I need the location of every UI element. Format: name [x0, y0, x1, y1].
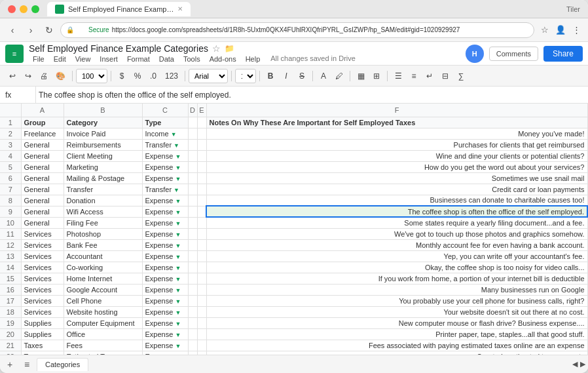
cell-d[interactable]: [188, 295, 197, 306]
cell-e[interactable]: [197, 228, 206, 239]
col-header-f[interactable]: F: [206, 104, 587, 117]
dropdown-arrow[interactable]: ▼: [175, 276, 181, 283]
cell-d[interactable]: [188, 206, 197, 217]
cell-category[interactable]: Accountant: [64, 250, 142, 262]
minimize-button[interactable]: [20, 5, 28, 13]
cell-notes[interactable]: Monthly account fee for even having a ba…: [206, 239, 587, 250]
cell-type[interactable]: Transfer ▼: [142, 139, 188, 150]
cell-notes[interactable]: Wine and dine your clients or potential …: [206, 150, 587, 161]
cell-notes[interactable]: Your website doesn't sit out there at no…: [206, 306, 587, 317]
cell-e[interactable]: [197, 273, 206, 284]
dropdown-arrow[interactable]: ▼: [175, 176, 181, 182]
cell-d[interactable]: [188, 161, 197, 172]
cell-category[interactable]: Filing Fee: [64, 217, 142, 228]
wrap-button[interactable]: ↵: [422, 69, 437, 83]
cell-d[interactable]: [188, 340, 197, 351]
table-row[interactable]: 19SuppliesComputer EquipmentExpense ▼New…: [0, 317, 587, 328]
cell-group[interactable]: General: [21, 172, 64, 184]
table-row[interactable]: 7GeneralTransferTransfer ▼Credit card or…: [0, 184, 587, 195]
cell-notes[interactable]: We've got to touch up those photos and g…: [206, 228, 587, 239]
dropdown-arrow[interactable]: ▼: [171, 131, 177, 138]
cell-notes[interactable]: Sometimes we use snail mail: [206, 172, 587, 184]
cell-category[interactable]: Estimated Tax: [64, 351, 142, 355]
table-row[interactable]: 13ServicesAccountantExpense ▼Yep, you ca…: [0, 250, 587, 262]
table-row[interactable]: 21TaxesFeesExpense ▼Fees associated with…: [0, 340, 587, 351]
dropdown-arrow[interactable]: ▼: [175, 287, 181, 294]
cell-notes[interactable]: Purchases for clients that get reimburse…: [206, 139, 587, 150]
cell-category[interactable]: Marketing: [64, 161, 142, 172]
dropdown-arrow[interactable]: ▼: [175, 332, 181, 338]
cell-d[interactable]: [188, 328, 197, 340]
cell-group[interactable]: Group: [21, 117, 64, 128]
sheet-tab-categories[interactable]: Categories: [37, 358, 88, 371]
cell-type[interactable]: Type: [142, 117, 188, 128]
comments-button[interactable]: Comments: [489, 47, 538, 61]
cell-e[interactable]: [197, 195, 206, 206]
settings-icon[interactable]: ⋮: [570, 24, 583, 37]
cell-category[interactable]: Computer Equipment: [64, 317, 142, 328]
cell-e[interactable]: [197, 217, 206, 228]
dropdown-arrow[interactable]: ▼: [175, 198, 181, 205]
font-size-select[interactable]: 10: [235, 69, 256, 83]
cell-group[interactable]: Services: [21, 306, 64, 317]
table-row[interactable]: 14ServicesCo-workingExpense ▼Okay, the c…: [0, 262, 587, 273]
sheet-table-container[interactable]: A B C D E F 1GroupCategoryTypeNotes On W…: [0, 104, 588, 355]
cell-group[interactable]: General: [21, 184, 64, 195]
cell-e[interactable]: [197, 306, 206, 317]
cell-d[interactable]: [188, 317, 197, 328]
cell-type[interactable]: Expense ▼: [142, 250, 188, 262]
cell-category[interactable]: Mailing & Postage: [64, 172, 142, 184]
cell-type[interactable]: Expense ▼: [142, 195, 188, 206]
folder-icon[interactable]: 📁: [225, 44, 234, 53]
dropdown-arrow[interactable]: ▼: [175, 343, 181, 349]
table-row[interactable]: 15ServicesHome InternetExpense ▼If you w…: [0, 273, 587, 284]
cell-group[interactable]: General: [21, 195, 64, 206]
cell-e[interactable]: [197, 284, 206, 295]
cell-group[interactable]: General: [21, 217, 64, 228]
cell-type[interactable]: Expense ▼: [142, 262, 188, 273]
sheet-menu-button[interactable]: ≡: [20, 358, 34, 371]
cell-group[interactable]: Services: [21, 273, 64, 284]
back-button[interactable]: ‹: [5, 23, 20, 37]
cell-type[interactable]: Expense ▼: [142, 172, 188, 184]
sheet-scroll-left[interactable]: ◀: [572, 360, 578, 368]
cell-type[interactable]: Expense ▼: [142, 295, 188, 306]
cell-type[interactable]: Income ▼: [142, 128, 188, 139]
table-row[interactable]: 20SuppliesOfficeExpense ▼Printer paper, …: [0, 328, 587, 340]
strikethrough-button[interactable]: S: [295, 69, 309, 83]
cell-type[interactable]: Expense ▼: [142, 284, 188, 295]
table-row[interactable]: 5GeneralMarketingExpense ▼How do you get…: [0, 161, 587, 172]
cell-notes[interactable]: Many businesses run on Google: [206, 284, 587, 295]
forward-button[interactable]: ›: [24, 23, 38, 37]
currency-button[interactable]: $: [115, 69, 129, 83]
cell-group[interactable]: Services: [21, 295, 64, 306]
col-header-c[interactable]: C: [142, 104, 188, 117]
add-sheet-button[interactable]: +: [3, 358, 17, 371]
cell-group[interactable]: Freelance: [21, 128, 64, 139]
cell-d[interactable]: [188, 284, 197, 295]
cell-category[interactable]: Photoshop: [64, 228, 142, 239]
table-row[interactable]: 10GeneralFiling FeeExpense ▼Some states …: [0, 217, 587, 228]
table-row[interactable]: 11ServicesPhotoshopExpense ▼We've got to…: [0, 228, 587, 239]
zoom-select[interactable]: 100%: [76, 69, 107, 83]
cell-category[interactable]: Invoice Paid: [64, 128, 142, 139]
align-left-button[interactable]: ☰: [391, 69, 405, 83]
cell-category[interactable]: Office: [64, 328, 142, 340]
cell-category[interactable]: Reimbursements: [64, 139, 142, 150]
cell-type[interactable]: Expense ▼: [142, 217, 188, 228]
cell-d[interactable]: [188, 128, 197, 139]
cell-d[interactable]: [188, 306, 197, 317]
dropdown-arrow[interactable]: ▼: [175, 298, 181, 305]
cell-notes[interactable]: Some states require a yearly filing docu…: [206, 217, 587, 228]
cell-e[interactable]: [197, 128, 206, 139]
maximize-button[interactable]: [31, 5, 39, 13]
cell-type[interactable]: Transfer ▼: [142, 184, 188, 195]
cell-d[interactable]: [188, 351, 197, 355]
cell-group[interactable]: Taxes: [21, 340, 64, 351]
cell-type[interactable]: Expense ▼: [142, 273, 188, 284]
cell-group[interactable]: General: [21, 150, 64, 161]
cell-d[interactable]: [188, 117, 197, 128]
cell-e[interactable]: [197, 250, 206, 262]
cell-group[interactable]: Services: [21, 250, 64, 262]
cell-group[interactable]: General: [21, 161, 64, 172]
